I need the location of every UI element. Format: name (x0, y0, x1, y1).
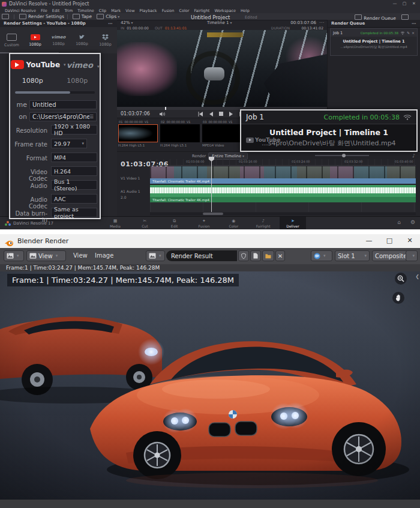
audio-clip-bar[interactable]: Titanfall: Cinematic Trailer 4K.mp4 (150, 197, 416, 202)
menu-help[interactable]: Help (238, 8, 252, 13)
skip-start-button[interactable] (198, 112, 203, 116)
preset-custom[interactable]: Custom (0, 27, 23, 53)
frame-rate-select[interactable]: 29.97▾ (51, 139, 87, 148)
page-edit[interactable]: ⧉Edit (161, 217, 188, 229)
menu-file[interactable]: File (38, 8, 50, 13)
page-deliver[interactable]: ➤Deliver (280, 217, 306, 229)
menu-image[interactable]: Image (95, 252, 113, 259)
audio-track-header[interactable]: A1 Audio 1 (121, 189, 140, 193)
collapse-arrow-icon[interactable]: ❮ (415, 274, 419, 279)
unlink-image-button[interactable]: ✕ (275, 250, 285, 261)
menu-fusion[interactable]: Fusion (160, 8, 177, 13)
clip-item-1[interactable]: 0100:00:00:00V1 H.264 High L5.1 (118, 119, 159, 151)
render-range-select[interactable]: Entire Timeline▾ (208, 153, 248, 160)
video-clip-thumbnails[interactable] (150, 166, 416, 178)
timeline-empty-area[interactable] (150, 202, 416, 212)
browse-image-button[interactable]: ▾ (146, 250, 165, 261)
vimeo-preset-zoom[interactable]: vimeo ▾ (67, 59, 100, 70)
delete-job-icon[interactable]: × (412, 31, 415, 35)
page-color[interactable]: ◉Color (220, 217, 247, 229)
panel-menu-icon[interactable]: ⋯ (412, 21, 417, 26)
panel-menu-icon[interactable]: ⋯ (108, 21, 113, 26)
monitor-icon[interactable] (2, 14, 9, 19)
play-button[interactable] (229, 112, 233, 116)
video-clip-bar[interactable]: Titanfall: Cinematic Trailer 4K.mp4 (150, 178, 416, 184)
format-value[interactable]: MP4 (51, 153, 97, 162)
menu-view[interactable]: View (73, 252, 88, 259)
timeline-hscrollbar[interactable] (150, 213, 416, 215)
tape-button[interactable]: Tape (82, 14, 92, 19)
menu-edit[interactable]: Edit (50, 8, 62, 13)
data-burnin-value[interactable]: Same as project (51, 208, 97, 217)
editor-type-select[interactable]: T ▾ (4, 250, 24, 261)
audio-value[interactable]: Bus 1 (Stereo) (51, 180, 97, 190)
render-settings-button[interactable]: Render Settings (28, 14, 64, 19)
minimize-button[interactable]: — (390, 0, 400, 8)
page-cut[interactable]: ✂Cut (131, 217, 158, 229)
menu-view[interactable]: View (123, 8, 137, 13)
browse-icon[interactable]: ☰ (89, 114, 94, 119)
view-mode-select[interactable]: View ▾ (26, 250, 66, 261)
viewer-timeline-select[interactable]: Timeline 1▾ (207, 20, 232, 25)
menu-clip[interactable]: Clip (97, 8, 109, 13)
menu-playback[interactable]: Playback (137, 8, 160, 13)
page-fairlight[interactable]: ♪Fairlight (250, 217, 277, 229)
image-pin-select[interactable]: ▾ (406, 250, 418, 261)
video-track-header[interactable]: V1 Video 1 (121, 176, 140, 180)
preset-vimeo[interactable]: vimeo 1080p (47, 27, 70, 53)
preset-dropbox[interactable]: 1080p (94, 27, 117, 53)
zoom-tool-button[interactable] (395, 273, 407, 285)
hscrollbar-thumb[interactable] (203, 213, 223, 215)
menu-timeline[interactable]: Timeline (75, 8, 97, 13)
menu-mark[interactable]: Mark (109, 8, 123, 13)
viewer-menu-icon[interactable]: ⋯ (319, 20, 325, 25)
zoom-slider-knob[interactable] (342, 154, 346, 157)
home-icon[interactable]: ⌂ (397, 219, 401, 225)
menu-trim[interactable]: Trim (62, 8, 75, 13)
preset-youtube[interactable]: 1080p (23, 27, 47, 53)
viewer-video[interactable] (117, 30, 327, 107)
close-button[interactable]: ✕ (400, 234, 420, 247)
menu-workspace[interactable]: Workspace (212, 8, 238, 13)
image-name-field[interactable]: Render Result (166, 250, 237, 261)
youtube-resolution[interactable]: 1080p (22, 77, 43, 85)
edit-job-icon[interactable]: ✎ (407, 31, 410, 35)
gear-icon[interactable]: ⚙ (410, 219, 415, 225)
render-job-card[interactable]: Job 1 Completed in 00:05:38 ✎ × Untitled… (330, 28, 418, 56)
clip-item-2[interactable]: 0200:00:00:00V1 H.264 High L5.1 (160, 119, 201, 151)
viewer-zoom-select[interactable]: 42% (121, 20, 130, 25)
new-image-button[interactable] (250, 250, 261, 261)
preset-twitter[interactable]: 1080p (70, 27, 94, 53)
zoom-panel-scrollbar[interactable] (15, 91, 95, 94)
menu-fairlight[interactable]: Fairlight (191, 8, 212, 13)
shield-button[interactable] (238, 250, 249, 261)
menu-color[interactable]: Color (176, 8, 191, 13)
render-result-view[interactable]: Frame:1 | Time:03:24.27 | Mem:145.74M, P… (0, 271, 420, 500)
close-button[interactable]: ✕ (409, 0, 419, 8)
playhead-line[interactable] (211, 159, 212, 212)
video-codec-value[interactable]: H.264 (51, 166, 97, 176)
step-back-button[interactable] (209, 112, 214, 116)
checkbox-icon[interactable] (401, 14, 409, 20)
pan-tool-button[interactable] (392, 292, 404, 304)
remote-render-icon[interactable] (400, 31, 405, 35)
maximize-button[interactable]: □ (379, 234, 400, 247)
clips-button[interactable]: Clips (106, 14, 116, 19)
page-media[interactable]: ▦Media (102, 217, 128, 229)
slot-select[interactable]: Slot 1▾ (335, 250, 370, 261)
audio-note-icon[interactable]: ♪ (412, 153, 415, 159)
stop-button[interactable] (219, 112, 223, 116)
maximize-button[interactable]: ▢ (400, 0, 409, 8)
speaker-icon[interactable] (160, 112, 166, 116)
location-input[interactable]: C:\Users\s4pro\OneDrive\바탕☰ (29, 112, 97, 121)
audio-clip[interactable] (150, 185, 416, 197)
timeline-zoom-slider[interactable] (315, 155, 369, 156)
resolution-value[interactable]: 1920 x 1080 HD (51, 125, 97, 135)
timeline-ruler[interactable]: 01:03:08:00 01:03:16:00 01:03:24:00 01:0… (150, 159, 416, 166)
display-device-select[interactable]: ▾ (311, 250, 332, 261)
open-image-button[interactable] (262, 250, 274, 261)
youtube-preset-zoom[interactable]: YouTube ▾ (11, 60, 66, 69)
audio-codec-value[interactable]: AAC (51, 194, 97, 204)
vimeo-resolution[interactable]: 1080p (67, 77, 88, 85)
clip-item-3[interactable]: 0300:00:00:00V1 MPEG4 Video (202, 119, 243, 151)
